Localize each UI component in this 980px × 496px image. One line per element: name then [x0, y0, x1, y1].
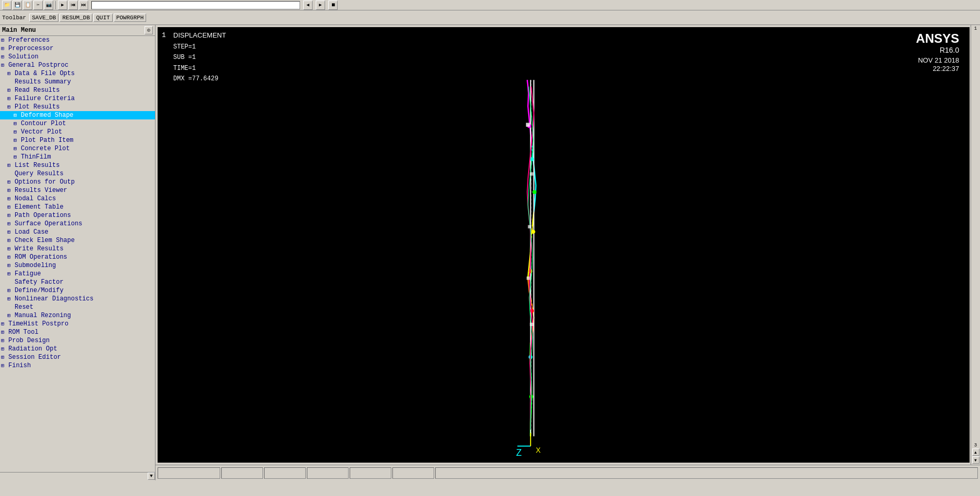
sidebar-item-label-data-file-opts: Data & File Opts — [15, 70, 75, 77]
sidebar-item-thinfilm[interactable]: ⊞ThinFilm — [0, 153, 155, 161]
powrgrph-button[interactable]: POWRGRPH — [114, 14, 147, 22]
sidebar-item-surface-operations[interactable]: ⊞Surface Operations — [0, 220, 155, 228]
sidebar-item-label-read-results: Read Results — [15, 87, 59, 94]
sidebar-item-data-file-opts[interactable]: ⊞Data & File Opts — [0, 69, 155, 78]
sidebar-item-safety-factor[interactable]: Safety Factor — [0, 278, 155, 286]
sidebar-item-label-plot-path-item: Plot Path Item — [21, 137, 74, 144]
sidebar-scroll[interactable]: ⊞Preferences⊞Preprocessor⊞Solution⊞Gener… — [0, 36, 155, 472]
sidebar-item-write-results[interactable]: ⊞Write Results — [0, 245, 155, 253]
icon-btn-2[interactable]: 💾 — [13, 1, 22, 10]
sidebar-item-vector-plot[interactable]: ⊞Vector Plot — [0, 128, 155, 136]
sidebar-item-label-load-case: Load Case — [15, 228, 49, 236]
toolbar-area: Toolbar SAVE_DB RESUM_DB QUIT POWRGRPH — [0, 10, 980, 25]
structure-visualization: Z X — [158, 27, 970, 463]
sidebar-item-label-nodal-calcs: Nodal Calcs — [15, 195, 56, 202]
sidebar-item-nodal-calcs[interactable]: ⊞Nodal Calcs — [0, 195, 155, 203]
sidebar-item-label-rom-tool: ROM Tool — [8, 329, 39, 336]
sidebar-item-radiation-opt[interactable]: ⊞Radiation Opt — [0, 345, 155, 353]
icon-btn-5[interactable]: 📷 — [44, 1, 53, 10]
sidebar-item-nonlinear-diagnostics[interactable]: ⊞Nonlinear Diagnostics — [0, 295, 155, 303]
icon-btn-8[interactable]: ⏭ — [79, 1, 88, 10]
collapse-icon[interactable]: ⊙ — [145, 26, 153, 34]
toolbar-dropdown[interactable] — [91, 1, 300, 9]
sidebar-item-reset[interactable]: Reset — [0, 303, 155, 311]
sidebar-item-label-radiation-opt: Radiation Opt — [8, 345, 57, 353]
status-seg-3 — [264, 467, 306, 479]
sidebar-item-plot-results[interactable]: ⊞Plot Results — [0, 103, 155, 111]
sidebar-item-label-results-summary: Results Summary — [15, 78, 71, 86]
sidebar-scrollbar-bottom: ▼ — [0, 472, 155, 480]
sidebar-item-define-modify[interactable]: ⊞Define/Modify — [0, 286, 155, 295]
toolbar-label-row: 📁 💾 📋 ✂️ 📷 ▶ ⏮ ⏭ ◀ ▶ ⏹ — [0, 0, 980, 10]
sidebar-item-rom-tool[interactable]: ⊞ROM Tool — [0, 328, 155, 336]
sidebar-item-label-finish: Finish — [8, 362, 31, 369]
sidebar-item-results-summary[interactable]: Results Summary — [0, 78, 155, 86]
sidebar-item-label-list-results: List Results — [15, 162, 59, 169]
status-bar — [156, 465, 980, 480]
save-db-button[interactable]: SAVE_DB — [29, 14, 58, 22]
svg-rect-22 — [530, 323, 533, 326]
icon-btn-7[interactable]: ⏮ — [68, 1, 78, 10]
scroll-down-icon[interactable]: ▼ — [148, 473, 155, 480]
svg-point-9 — [531, 229, 535, 234]
sidebar-item-label-timehist-postpro: TimeHist Postpro — [8, 320, 68, 328]
sidebar-item-label-prob-design: Prob Design — [8, 337, 50, 344]
sidebar-item-load-case[interactable]: ⊞Load Case — [0, 228, 155, 236]
icon-btn-10[interactable]: ▶ — [316, 1, 325, 10]
sidebar-item-general-postproc[interactable]: ⊞General Postproc — [0, 61, 155, 69]
sidebar-item-preprocessor[interactable]: ⊞Preprocessor — [0, 44, 155, 53]
sidebar-item-submodeling[interactable]: ⊞Submodeling — [0, 261, 155, 270]
sidebar-item-label-general-postproc: General Postproc — [8, 62, 68, 69]
resum-db-button[interactable]: RESUM_DB — [59, 14, 92, 22]
sidebar-item-options-for-outp[interactable]: ⊞Options for Outp — [0, 178, 155, 186]
icon-btn-11[interactable]: ⏹ — [328, 1, 338, 10]
sidebar-item-label-nonlinear-diagnostics: Nonlinear Diagnostics — [15, 295, 93, 303]
sidebar-header: Main Menu ⊙ — [0, 25, 155, 36]
sidebar-item-session-editor[interactable]: ⊞Session Editor — [0, 353, 155, 361]
icon-btn-3[interactable]: 📋 — [23, 1, 32, 10]
right-panel-num-1: 1 — [974, 26, 977, 31]
canvas-area: 1 ANSYS R16.0 NOV 21 2018 22:22:37 DISPL… — [158, 27, 970, 463]
right-scroll-btn-1[interactable]: ▲ — [972, 449, 979, 456]
sidebar-item-label-reset: Reset — [15, 304, 33, 311]
sidebar-item-label-preferences: Preferences — [8, 37, 50, 44]
right-panel: 1 ANSYS R16.0 NOV 21 2018 22:22:37 DISPL… — [156, 25, 980, 480]
sidebar-item-label-query-results: Query Results — [15, 170, 64, 177]
sidebar-item-contour-plot[interactable]: ⊞Contour Plot — [0, 119, 155, 128]
sidebar-item-list-results[interactable]: ⊞List Results — [0, 161, 155, 170]
svg-point-8 — [533, 190, 537, 194]
sidebar-item-concrete-plot[interactable]: ⊞Concrete Plot — [0, 144, 155, 153]
sidebar-item-query-results[interactable]: Query Results — [0, 170, 155, 178]
svg-rect-20 — [528, 225, 531, 228]
sidebar-item-preferences[interactable]: ⊞Preferences — [0, 36, 155, 44]
sidebar-item-rom-operations[interactable]: ⊞ROM Operations — [0, 253, 155, 261]
right-scroll-btn-2[interactable]: ▼ — [972, 456, 979, 464]
sidebar-item-check-elem-shape[interactable]: ⊞Check Elem Shape — [0, 236, 155, 245]
status-seg-5 — [350, 467, 391, 479]
sidebar-item-results-viewer[interactable]: ⊞Results Viewer — [0, 186, 155, 195]
status-seg-6 — [392, 467, 434, 479]
quit-button[interactable]: QUIT — [93, 14, 112, 22]
icon-btn-4[interactable]: ✂️ — [33, 1, 43, 10]
sidebar-item-finish[interactable]: ⊞Finish — [0, 361, 155, 370]
icon-btn-1[interactable]: 📁 — [2, 1, 11, 10]
sidebar-item-solution[interactable]: ⊞Solution — [0, 53, 155, 61]
sidebar-item-manual-rezoning[interactable]: ⊞Manual Rezoning — [0, 311, 155, 320]
sidebar-item-label-submodeling: Submodeling — [15, 262, 56, 269]
icon-btn-9[interactable]: ◀ — [303, 1, 313, 10]
svg-text:X: X — [536, 446, 541, 454]
sidebar-item-element-table[interactable]: ⊞Element Table — [0, 203, 155, 211]
sidebar-item-failure-criteria[interactable]: ⊞Failure Criteria — [0, 94, 155, 103]
svg-point-11 — [530, 309, 534, 313]
sidebar-item-timehist-postpro[interactable]: ⊞TimeHist Postpro — [0, 320, 155, 328]
sidebar-item-prob-design[interactable]: ⊞Prob Design — [0, 336, 155, 345]
sidebar-item-label-path-operations: Path Operations — [15, 212, 71, 219]
sidebar-item-plot-path-item[interactable]: ⊞Plot Path Item — [0, 136, 155, 144]
sidebar-item-fatigue[interactable]: ⊞Fatigue — [0, 270, 155, 278]
sidebar-item-read-results[interactable]: ⊞Read Results — [0, 86, 155, 94]
status-seg-1 — [158, 467, 220, 479]
icon-btn-6[interactable]: ▶ — [58, 1, 67, 10]
main-layout: Main Menu ⊙ ⊞Preferences⊞Preprocessor⊞So… — [0, 25, 980, 480]
sidebar-item-deformed-shape[interactable]: ⊞Deformed Shape — [0, 111, 155, 119]
sidebar-item-path-operations[interactable]: ⊞Path Operations — [0, 211, 155, 220]
